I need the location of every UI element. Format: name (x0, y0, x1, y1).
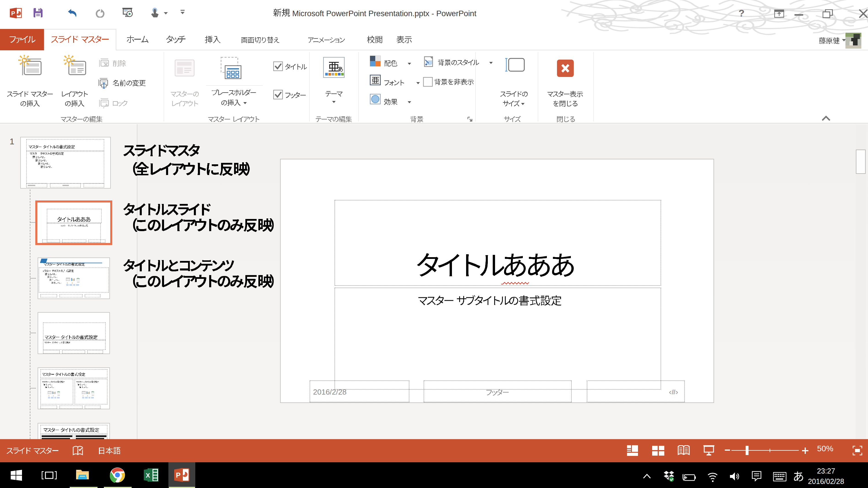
svg-text:?: ? (739, 9, 745, 18)
svg-text:P: P (176, 471, 181, 479)
svg-text:X: X (146, 472, 150, 479)
svg-text:P: P (11, 10, 15, 17)
